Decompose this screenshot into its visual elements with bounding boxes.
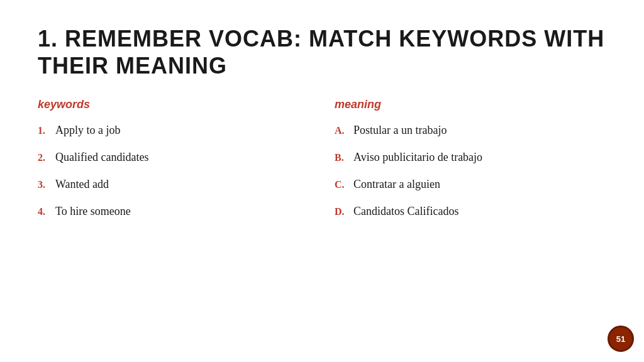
keyword-item: 2. Qualified candidates: [38, 151, 309, 164]
meaning-letter: B.: [335, 152, 353, 163]
meaning-column: meaning A. Postular a un trabajoB. Aviso…: [322, 98, 606, 232]
keyword-number: 2.: [38, 152, 55, 163]
meaning-item: C. Contratar a alguien: [335, 178, 606, 191]
meaning-text: Aviso publicitario de trabajo: [353, 151, 482, 164]
columns-layout: keywords 1. Apply to a job2. Qualified c…: [38, 98, 606, 232]
meaning-item: B. Aviso publicitario de trabajo: [335, 151, 606, 164]
meaning-text: Contratar a alguien: [353, 178, 440, 191]
keyword-number: 4.: [38, 206, 55, 217]
keyword-text: Qualified candidates: [55, 151, 148, 164]
keywords-column: keywords 1. Apply to a job2. Qualified c…: [38, 98, 322, 232]
keyword-item: 3. Wanted add: [38, 178, 309, 191]
keyword-text: Apply to a job: [55, 124, 121, 137]
meaning-text: Candidatos Calificados: [353, 205, 458, 218]
page-title: 1. Remember Vocab: Match Keywords With T…: [38, 25, 606, 79]
meaning-item: A. Postular a un trabajo: [335, 124, 606, 137]
keyword-text: Wanted add: [55, 178, 109, 191]
keyword-item: 4. To hire someone: [38, 205, 309, 218]
meaning-letter: D.: [335, 206, 353, 217]
keyword-text: To hire someone: [55, 205, 131, 218]
meaning-letter: A.: [335, 125, 353, 136]
meaning-letter: C.: [335, 179, 353, 190]
badge-label: 51: [616, 334, 625, 344]
meaning-list: A. Postular a un trabajoB. Aviso publici…: [335, 124, 606, 218]
keywords-header: keywords: [38, 98, 309, 111]
keyword-number: 3.: [38, 179, 55, 190]
keyword-item: 1. Apply to a job: [38, 124, 309, 137]
meaning-text: Postular a un trabajo: [353, 124, 447, 137]
keyword-number: 1.: [38, 125, 55, 136]
meaning-item: D. Candidatos Calificados: [335, 205, 606, 218]
meaning-header: meaning: [335, 98, 606, 111]
main-container: 1. Remember Vocab: Match Keywords With T…: [0, 0, 644, 251]
keywords-list: 1. Apply to a job2. Qualified candidates…: [38, 124, 309, 218]
bottom-badge: 51: [608, 326, 634, 352]
